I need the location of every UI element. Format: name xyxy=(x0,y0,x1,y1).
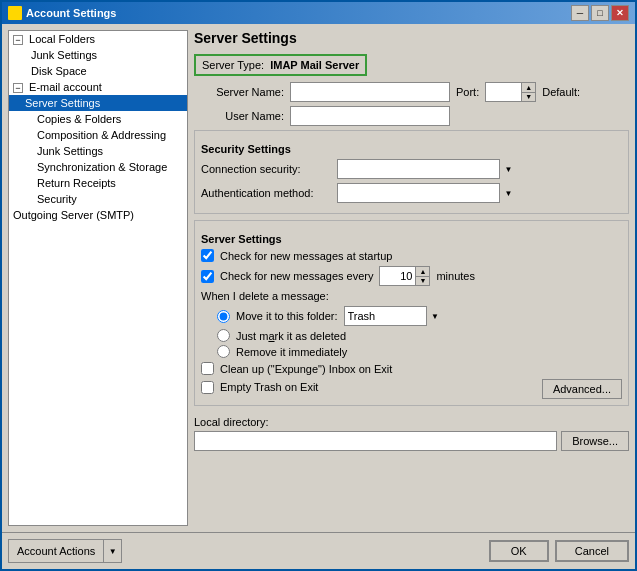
local-dir-input[interactable] xyxy=(194,431,557,451)
move-to-folder-row: Move it to this folder: Trash ▼ xyxy=(201,306,622,326)
clean-up-checkbox[interactable] xyxy=(201,362,214,375)
sidebar-item-server-settings[interactable]: Server Settings xyxy=(9,95,187,111)
user-name-row: User Name: xyxy=(194,106,629,126)
empty-trash-label: Empty Trash on Exit xyxy=(220,381,318,393)
sidebar-item-junk-settings[interactable]: Junk Settings xyxy=(9,143,187,159)
sidebar-item-label: Junk Settings xyxy=(37,145,103,157)
clean-up-row: Clean up ("Expunge") Inbox on Exit xyxy=(201,362,622,375)
connection-security-wrapper: ▼ xyxy=(337,159,517,179)
account-actions-button[interactable]: Account Actions ▼ xyxy=(8,539,122,563)
sidebar-item-disk-space[interactable]: Disk Space xyxy=(9,63,187,79)
sidebar-item-outgoing-server[interactable]: Outgoing Server (SMTP) xyxy=(9,207,187,223)
server-settings-title: Server Settings xyxy=(201,233,622,245)
auth-method-label: Authentication method: xyxy=(201,187,331,199)
local-dir-section: Local directory: Browse... xyxy=(194,416,629,451)
sidebar-item-label: Junk Settings xyxy=(31,49,97,61)
remove-immediately-row: Remove it immediately xyxy=(201,345,622,358)
port-spinner-buttons: ▲ ▼ xyxy=(521,83,535,101)
check-new-startup-row: Check for new messages at startup xyxy=(201,249,622,262)
local-dir-row: Browse... xyxy=(194,431,629,451)
title-bar-controls: ─ □ ✕ xyxy=(571,5,629,21)
main-content: − Local Folders Junk Settings Disk Space… xyxy=(2,24,635,532)
auth-method-row: Authentication method: ▼ xyxy=(201,183,622,203)
sidebar-item-junk-settings-local[interactable]: Junk Settings xyxy=(9,47,187,63)
server-name-input[interactable] xyxy=(290,82,450,102)
port-input[interactable] xyxy=(486,83,521,101)
port-up-button[interactable]: ▲ xyxy=(522,83,535,93)
sidebar-item-security[interactable]: Security xyxy=(9,191,187,207)
server-name-label: Server Name: xyxy=(194,86,284,98)
minutes-up-button[interactable]: ▲ xyxy=(416,267,429,277)
sidebar-item-composition-addressing[interactable]: Composition & Addressing xyxy=(9,127,187,143)
auth-method-select[interactable] xyxy=(337,183,517,203)
user-name-input[interactable] xyxy=(290,106,450,126)
panel-title: Server Settings xyxy=(194,30,629,46)
connection-security-select[interactable] xyxy=(337,159,517,179)
minutes-down-button[interactable]: ▼ xyxy=(416,277,429,286)
minutes-input[interactable] xyxy=(380,267,415,285)
server-settings-section: Server Settings Check for new messages a… xyxy=(194,220,629,406)
cancel-button[interactable]: Cancel xyxy=(555,540,629,562)
connection-security-label: Connection security: xyxy=(201,163,331,175)
remove-immediately-radio[interactable] xyxy=(217,345,230,358)
trash-folder-wrapper: Trash ▼ xyxy=(344,306,444,326)
auth-method-wrapper: ▼ xyxy=(337,183,517,203)
right-panel: Server Settings Server Type: IMAP Mail S… xyxy=(194,30,629,526)
just-mark-radio[interactable] xyxy=(217,329,230,342)
check-new-startup-checkbox[interactable] xyxy=(201,249,214,262)
account-actions-label: Account Actions xyxy=(9,542,103,560)
sidebar-item-sync-storage[interactable]: Synchronization & Storage xyxy=(9,159,187,175)
port-spinner[interactable]: ▲ ▼ xyxy=(485,82,536,102)
trash-folder-select[interactable]: Trash xyxy=(344,306,444,326)
advanced-button[interactable]: Advanced... xyxy=(542,379,622,399)
maximize-button[interactable]: □ xyxy=(591,5,609,21)
server-type-row: Server Type: IMAP Mail Server xyxy=(194,54,367,76)
sidebar-item-label: Security xyxy=(37,193,77,205)
close-button[interactable]: ✕ xyxy=(611,5,629,21)
minutes-spinner[interactable]: ▲ ▼ xyxy=(379,266,430,286)
server-type-value: IMAP Mail Server xyxy=(270,59,359,71)
minutes-spinner-buttons: ▲ ▼ xyxy=(415,267,429,285)
sidebar-item-label: Return Receipts xyxy=(37,177,116,189)
footer: Account Actions ▼ OK Cancel xyxy=(2,532,635,569)
sidebar-item-label: Server Settings xyxy=(25,97,100,109)
delete-message-label: When I delete a message: xyxy=(201,290,622,302)
check-new-startup-label: Check for new messages at startup xyxy=(220,250,392,262)
sidebar-item-label: Composition & Addressing xyxy=(37,129,166,141)
sidebar-item-label: Outgoing Server (SMTP) xyxy=(13,209,134,221)
default-label: Default: xyxy=(542,86,580,98)
just-mark-row: Just mark it as deleted xyxy=(201,329,622,342)
sidebar-item-label: Disk Space xyxy=(31,65,87,77)
move-to-folder-radio[interactable] xyxy=(217,310,230,323)
window-title: Account Settings xyxy=(26,7,116,19)
port-label: Port: xyxy=(456,86,479,98)
title-bar-text: Account Settings xyxy=(8,6,116,20)
port-down-button[interactable]: ▼ xyxy=(522,93,535,102)
expand-icon: − xyxy=(13,35,23,45)
window-icon xyxy=(8,6,22,20)
check-new-every-row: Check for new messages every ▲ ▼ minutes xyxy=(201,266,622,286)
title-bar: Account Settings ─ □ ✕ xyxy=(2,2,635,24)
account-settings-window: Account Settings ─ □ ✕ − Local Folders J… xyxy=(0,0,637,571)
just-mark-label: Just mark it as deleted xyxy=(236,330,346,342)
sidebar-item-return-receipts[interactable]: Return Receipts xyxy=(9,175,187,191)
sidebar-item-label: Synchronization & Storage xyxy=(37,161,167,173)
empty-trash-row: Empty Trash on Exit xyxy=(201,381,318,394)
server-name-row: Server Name: Port: ▲ ▼ Default: xyxy=(194,82,629,102)
sidebar-item-copies-folders[interactable]: Copies & Folders xyxy=(9,111,187,127)
check-new-every-checkbox[interactable] xyxy=(201,270,214,283)
minimize-button[interactable]: ─ xyxy=(571,5,589,21)
sidebar-item-email-account[interactable]: − E-mail account xyxy=(9,79,187,95)
move-to-folder-label: Move it to this folder: xyxy=(236,310,338,322)
remove-immediately-label: Remove it immediately xyxy=(236,346,347,358)
sidebar-tree: − Local Folders Junk Settings Disk Space… xyxy=(8,30,188,526)
browse-button[interactable]: Browse... xyxy=(561,431,629,451)
sidebar-item-label: E-mail account xyxy=(29,81,102,93)
ok-button[interactable]: OK xyxy=(489,540,549,562)
minutes-label: minutes xyxy=(436,270,475,282)
sidebar-item-label: Local Folders xyxy=(29,33,95,45)
empty-trash-checkbox[interactable] xyxy=(201,381,214,394)
sidebar-item-local-folders[interactable]: − Local Folders xyxy=(9,31,187,47)
user-name-label: User Name: xyxy=(194,110,284,122)
expand-icon: − xyxy=(13,83,23,93)
